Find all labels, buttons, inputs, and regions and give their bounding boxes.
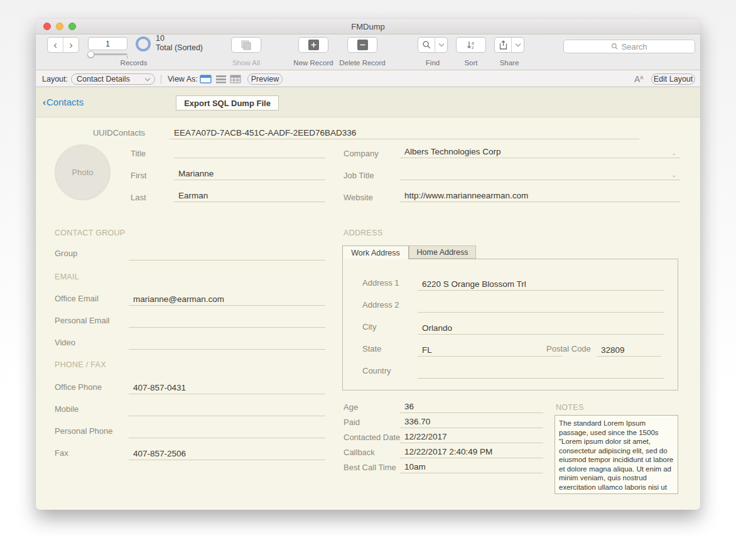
postal-code-field[interactable]: 32809 <box>597 345 661 357</box>
chevron-down-icon: ⌄ <box>671 171 676 178</box>
address2-label: Address 2 <box>362 300 399 310</box>
plus-icon <box>308 40 319 50</box>
record-slider-thumb[interactable] <box>87 51 94 58</box>
photo-container[interactable]: Photo <box>55 144 111 200</box>
svg-text:z: z <box>472 45 474 50</box>
state-field[interactable]: FL <box>418 345 562 357</box>
view-form-button[interactable] <box>200 73 212 85</box>
office-phone-label: Office Phone <box>55 382 102 392</box>
video-label: Video <box>55 338 75 347</box>
contacted-date-field[interactable]: 12/22/2017 <box>400 431 543 443</box>
next-record-button[interactable]: › <box>63 40 78 51</box>
show-all-button[interactable] <box>231 37 261 53</box>
address2-field[interactable] <box>418 301 664 313</box>
notes-field[interactable]: The standard Lorem Ipsum passage, used s… <box>555 415 678 494</box>
sort-label: Sort <box>452 59 490 67</box>
uuid-field[interactable]: EEA7A07D-7ACB-451C-AADF-2EED76BAD336 <box>170 127 639 139</box>
new-record-button[interactable] <box>298 37 328 53</box>
callback-label: Callback <box>344 448 375 457</box>
first-name-field[interactable]: Marianne <box>174 168 325 180</box>
find-label: Find <box>414 59 452 67</box>
share-label: Share <box>490 59 528 67</box>
tab-work-address[interactable]: Work Address <box>342 245 409 259</box>
form-view-icon <box>200 75 212 83</box>
sort-button[interactable]: a z <box>456 37 486 53</box>
search-input[interactable]: Search <box>563 40 695 53</box>
share-icon <box>495 40 511 50</box>
share-button[interactable] <box>494 37 524 53</box>
mobile-label: Mobile <box>55 404 78 414</box>
svg-text:a: a <box>472 40 474 45</box>
mobile-field[interactable] <box>129 404 325 416</box>
contact-group-section-title: CONTACT GROUP <box>55 229 125 237</box>
website-field[interactable]: http://www.marianneearman.com <box>400 190 680 202</box>
chevron-down-icon <box>515 41 520 46</box>
job-title-field[interactable] <box>400 168 680 180</box>
tab-home-address[interactable]: Home Address <box>409 245 476 259</box>
share-menu-button[interactable] <box>512 44 524 46</box>
personal-email-label: Personal Email <box>55 316 109 325</box>
layout-bar: Layout: Contact Details View As: <box>36 71 700 87</box>
last-name-field[interactable]: Earman <box>174 190 325 202</box>
company-field[interactable]: Albers Technologies Corp <box>400 146 680 158</box>
previous-record-button[interactable]: ‹ <box>48 40 63 51</box>
back-to-contacts-link[interactable]: ‹Contacts <box>43 97 84 107</box>
view-list-button[interactable] <box>215 73 227 85</box>
fax-field[interactable]: 407-857-2506 <box>129 448 325 460</box>
contacted-date-label: Contacted Date <box>344 433 400 442</box>
total-status: Total (Sorted) <box>156 43 203 53</box>
status-toolbar: ‹ › Records 10 Total (Sorted) Show All <box>36 35 700 70</box>
app-window: FMDump ‹ › Records 10 Total (Sorted) Sho… <box>36 19 700 510</box>
group-field[interactable] <box>129 249 325 261</box>
personal-phone-label: Personal Phone <box>55 426 113 436</box>
found-set-pie-icon[interactable] <box>136 36 151 51</box>
job-title-label: Job Title <box>344 171 374 180</box>
delete-record-button[interactable] <box>347 37 377 53</box>
age-field[interactable]: 36 <box>400 401 543 413</box>
layout-name: Contact Details <box>77 75 130 83</box>
current-record-input[interactable] <box>88 37 127 50</box>
personal-phone-field[interactable] <box>129 426 325 438</box>
email-section-title: EMAIL <box>55 272 79 281</box>
state-label: State <box>362 344 381 353</box>
view-table-button[interactable] <box>230 73 241 85</box>
age-label: Age <box>344 402 358 412</box>
country-field[interactable] <box>418 367 664 379</box>
chevron-down-icon: ⌄ <box>671 149 676 156</box>
divider <box>161 75 161 83</box>
website-label: Website <box>344 193 373 202</box>
last-name-label: Last <box>131 193 146 202</box>
preview-button[interactable]: Preview <box>247 73 283 85</box>
office-email-label: Office Email <box>55 294 99 303</box>
edit-layout-button[interactable]: Edit Layout <box>651 73 695 85</box>
city-field[interactable]: Orlando <box>418 323 664 335</box>
office-phone-field[interactable]: 407-857-0431 <box>129 382 325 394</box>
formatting-bar-toggle[interactable]: Aa <box>634 73 643 85</box>
paid-field[interactable]: 336.70 <box>400 416 543 428</box>
delete-record-label: Delete Record <box>330 59 395 67</box>
address-section-title: ADDRESS <box>344 229 383 237</box>
title-field[interactable] <box>174 146 325 158</box>
chevron-down-icon <box>438 41 443 46</box>
layout-selector-dropdown[interactable]: Contact Details <box>71 73 155 85</box>
photo-placeholder-label: Photo <box>72 168 94 177</box>
chevron-right-icon: › <box>69 39 73 53</box>
find-button[interactable] <box>418 37 448 53</box>
layout-label: Layout: <box>42 73 68 85</box>
first-name-label: First <box>131 171 146 180</box>
office-email-field[interactable]: marianne@earman.com <box>129 294 325 306</box>
address1-field[interactable]: 6220 S Orange Blossom Trl <box>418 279 664 291</box>
stacked-records-icon <box>241 40 252 50</box>
uuid-label: UUIDContacts <box>73 128 145 137</box>
total-records-text: 10 Total (Sorted) <box>156 34 203 53</box>
show-all-label: Show All <box>225 59 268 67</box>
record-slider[interactable] <box>88 53 127 55</box>
best-call-time-field[interactable]: 10am <box>400 461 543 473</box>
group-label: Group <box>55 249 77 258</box>
address1-label: Address 1 <box>362 278 399 288</box>
callback-field[interactable]: 12/22/2017 2:40:49 PM <box>400 446 543 458</box>
personal-email-field[interactable] <box>129 316 325 328</box>
video-field[interactable] <box>129 338 325 350</box>
find-menu-button[interactable] <box>435 44 447 46</box>
export-sql-dump-button[interactable]: Export SQL Dump File <box>176 95 279 110</box>
